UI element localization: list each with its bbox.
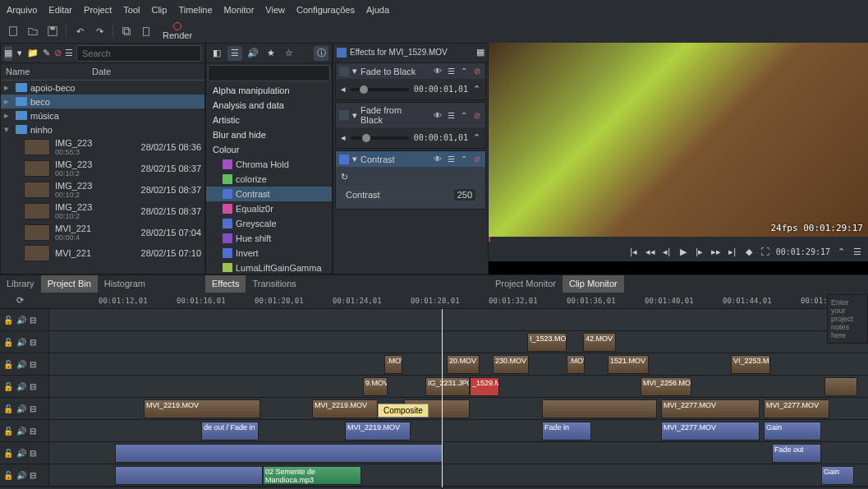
copy-icon[interactable]: [120, 25, 133, 38]
folder-row[interactable]: ▸apoio-beco: [1, 81, 204, 95]
timeline-clip[interactable]: VI_2253.MOV: [731, 355, 770, 374]
hide-icon[interactable]: ⊟: [30, 360, 39, 369]
eye-icon[interactable]: 👁: [433, 67, 443, 76]
tab-library[interactable]: Library: [0, 275, 41, 293]
options-icon[interactable]: ☰: [852, 247, 863, 257]
tab-histogram[interactable]: Histogram: [98, 275, 152, 293]
mute-icon[interactable]: 🔊: [16, 449, 26, 458]
step-fwd-icon[interactable]: |▸: [694, 247, 705, 257]
timeline-clip[interactable]: 230.MOV: [493, 355, 529, 374]
folder-row[interactable]: ▸beco: [1, 95, 204, 108]
rewind-icon[interactable]: ◂◂: [645, 247, 656, 257]
fade-slider[interactable]: [351, 136, 409, 140]
fx-item[interactable]: Invert: [206, 246, 332, 261]
lock-icon[interactable]: 🔓: [3, 382, 13, 391]
menu-editar[interactable]: Editar: [48, 5, 72, 15]
tab-clip-monitor[interactable]: Clip Monitor: [563, 275, 624, 293]
bin-tree-icon[interactable]: ▦: [4, 46, 12, 61]
save-icon[interactable]: [46, 25, 59, 38]
keyframe-prev-icon[interactable]: ◂: [341, 84, 346, 95]
hide-icon[interactable]: ⊟: [30, 449, 39, 458]
timeline-clip[interactable]: Gain: [764, 422, 821, 441]
timeline-clip[interactable]: 02 Semente de Mandioca.mp3: [263, 466, 361, 485]
lock-icon[interactable]: 🔓: [3, 338, 13, 347]
delete-icon[interactable]: ⊘: [472, 155, 482, 164]
mute-icon[interactable]: 🔊: [16, 404, 26, 413]
monitor-image[interactable]: 24fps 00:01:29:17: [489, 43, 868, 237]
up-icon[interactable]: ⌃: [459, 111, 469, 120]
folder-row[interactable]: ▸música: [1, 108, 204, 122]
mute-icon[interactable]: 🔊: [16, 427, 26, 436]
timeline-clip[interactable]: IG_2231.JPG: [425, 377, 470, 396]
fx-info-icon[interactable]: ⓘ: [314, 46, 328, 61]
timeline-clip[interactable]: .MOV: [384, 355, 402, 374]
zoom-icon[interactable]: ⛶: [760, 247, 771, 256]
fx-star2-icon[interactable]: ☆: [282, 46, 296, 61]
fx-list[interactable]: Alpha manipulation Analysis and data Art…: [206, 83, 332, 272]
playhead[interactable]: [442, 309, 443, 487]
hide-icon[interactable]: ⊟: [30, 427, 39, 436]
menu-monitor[interactable]: Monitor: [224, 5, 255, 15]
menu-arquivo[interactable]: Arquivo: [7, 5, 37, 15]
fx-item[interactable]: colorize: [206, 172, 332, 187]
fx-item[interactable]: Chroma Hold: [206, 157, 332, 172]
up-icon[interactable]: ⌃: [459, 155, 469, 164]
menu-timeline[interactable]: Timeline: [178, 5, 212, 15]
timeline-clip[interactable]: .MOV: [567, 355, 585, 374]
timeline-clip[interactable]: [115, 444, 443, 463]
bin-menu-icon[interactable]: ☰: [65, 46, 73, 61]
lock-icon[interactable]: 🔓: [3, 316, 13, 325]
redo-icon[interactable]: ↷: [93, 25, 106, 38]
play-icon[interactable]: ▶: [677, 247, 689, 257]
lock-icon[interactable]: 🔓: [3, 449, 13, 458]
timeline-tracks[interactable]: 🔓🔊⊟ 🔓🔊⊟I_1523.MOV42.MOV 🔓🔊⊟.MOV20.MOV230…: [0, 309, 868, 487]
fx-item[interactable]: Hue shift: [206, 231, 332, 246]
project-notes[interactable]: Enter your project notes here: [827, 294, 868, 344]
fx-item[interactable]: Contrast: [206, 187, 332, 201]
lock-icon[interactable]: 🔓: [3, 404, 13, 413]
timeline-clip[interactable]: MVI_2219.MOV: [345, 422, 411, 441]
spin-icon[interactable]: ⌃: [835, 247, 847, 257]
clip-row[interactable]: MVI_22100:00:428/02/15 07:04: [1, 222, 204, 243]
ffwd-icon[interactable]: ▸▸: [710, 247, 722, 257]
clip-row[interactable]: IMG_22300:55:328/02/15 08:36: [1, 136, 204, 158]
tab-project-monitor[interactable]: Project Monitor: [489, 275, 563, 293]
bin-dropdown-icon[interactable]: ▾: [16, 46, 24, 61]
fx-category[interactable]: Colour: [206, 142, 332, 157]
goto-start-icon[interactable]: |◂: [628, 247, 640, 257]
folder-row[interactable]: ▾ninho: [1, 122, 204, 136]
menu-clip[interactable]: Clip: [151, 5, 167, 15]
mute-icon[interactable]: 🔊: [16, 471, 26, 480]
timeline-clip[interactable]: 9.MOV: [363, 377, 388, 396]
fx-search-input[interactable]: [208, 65, 330, 81]
delete-icon[interactable]: ⊘: [472, 111, 482, 120]
spin-icon[interactable]: ⌃: [473, 132, 480, 143]
hide-icon[interactable]: ⊟: [30, 471, 39, 480]
mute-icon[interactable]: 🔊: [16, 382, 26, 391]
clip-row[interactable]: IMG_22300:10:228/02/15 08:37: [1, 179, 204, 201]
mute-icon[interactable]: 🔊: [16, 338, 26, 347]
clip-row[interactable]: MVI_22128/02/15 07:10: [1, 243, 204, 263]
menu-icon[interactable]: ☰: [446, 155, 456, 164]
timeline-clip[interactable]: _1529.MOV: [470, 377, 499, 396]
step-back-icon[interactable]: ◂|: [661, 247, 673, 257]
timeline-clip[interactable]: [824, 377, 857, 396]
fx-main-icon[interactable]: ◧: [209, 46, 224, 61]
bin-tree[interactable]: ▸apoio-beco ▸beco ▸música ▾ninho IMG_223…: [1, 81, 204, 270]
monitor-timecode[interactable]: 00:01:29:17: [776, 247, 830, 256]
menu-tool[interactable]: Tool: [123, 5, 140, 15]
stack-menu-icon[interactable]: ▦: [476, 47, 485, 58]
timeline-ruler[interactable]: ⟳ 00:01:12,01 00:01:16,01 00:01:20,01 00…: [0, 293, 868, 309]
fx-item[interactable]: LumaLiftGainGamma: [206, 261, 332, 272]
menu-project[interactable]: Project: [84, 5, 112, 15]
timeline-clip[interactable]: 20.MOV: [447, 355, 480, 374]
menu-config[interactable]: Configurações: [296, 5, 355, 15]
menu-icon[interactable]: ☰: [446, 111, 456, 120]
tl-zoom-icon[interactable]: ⟳: [16, 295, 24, 306]
hide-icon[interactable]: ⊟: [30, 404, 39, 413]
delete-icon[interactable]: ⊘: [472, 67, 482, 76]
timeline-clip[interactable]: Fade out: [772, 444, 821, 463]
new-icon[interactable]: [7, 25, 20, 38]
lock-icon[interactable]: 🔓: [3, 471, 13, 480]
menu-icon[interactable]: ☰: [446, 67, 456, 76]
